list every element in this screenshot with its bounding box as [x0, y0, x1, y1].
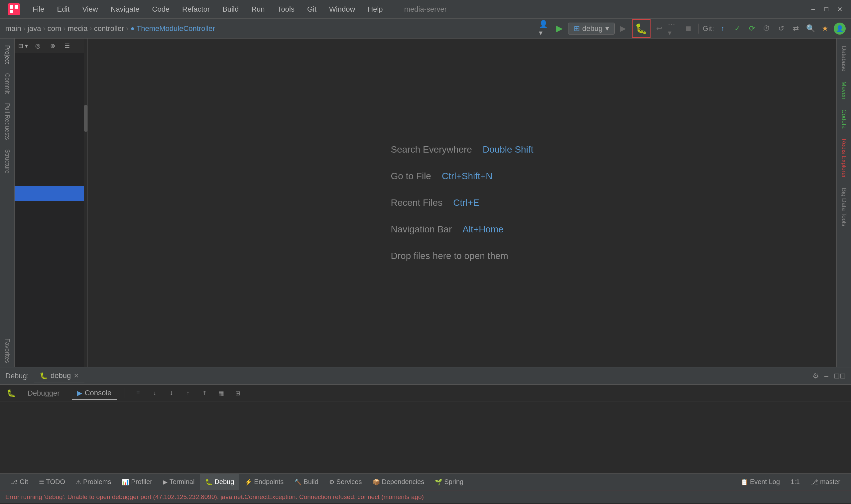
- git-branch-icon: ⎇: [811, 478, 818, 486]
- debug-toolbar-right: ⚙ – ⊟⊟: [812, 372, 846, 380]
- sidebar-item-favorites[interactable]: Favorites: [2, 335, 13, 367]
- profile-button[interactable]: 👤 ▾: [539, 23, 551, 35]
- hint-gotofile-shortcut[interactable]: Ctrl+Shift+N: [442, 171, 493, 181]
- hint-navbar-shortcut[interactable]: Alt+Home: [463, 224, 504, 235]
- debugger-tab-debugger-label: Debugger: [28, 389, 60, 398]
- panel-layout-icon[interactable]: ⊟ ▾: [17, 40, 29, 52]
- hint-recentfiles-label: Recent Files: [391, 197, 443, 208]
- debugger-tab-debugger[interactable]: Debugger: [22, 387, 65, 400]
- menu-item-code[interactable]: Code: [146, 3, 176, 16]
- status-git[interactable]: ⎇ Git: [5, 474, 34, 490]
- breadcrumb-main: main: [5, 24, 21, 33]
- panel-options-icon[interactable]: ☰: [61, 40, 73, 52]
- avatar-icon[interactable]: 👤: [834, 23, 846, 35]
- panel-scrollbar[interactable]: [84, 53, 87, 367]
- translate-icon[interactable]: ⇄: [790, 23, 802, 35]
- sidebar-right-codota[interactable]: Codota: [838, 105, 849, 133]
- hint-navigation-bar: Navigation Bar Alt+Home: [391, 224, 504, 235]
- debugger-tab-console-label: Console: [85, 389, 112, 397]
- debug-bug-button[interactable]: 🐛: [632, 19, 651, 38]
- sidebar-item-commit[interactable]: Commit: [2, 69, 13, 98]
- debugger-resume-icon[interactable]: ↓: [150, 388, 160, 398]
- sidebar-item-project[interactable]: Project: [2, 41, 13, 68]
- menu-item-build[interactable]: Build: [216, 3, 245, 16]
- git-fetch-icon[interactable]: ⟳: [746, 23, 758, 35]
- sidebar-item-pullrequests[interactable]: Pull Requests: [2, 99, 13, 144]
- menu-item-view[interactable]: View: [76, 3, 104, 16]
- status-dependencies[interactable]: 📦 Dependencies: [367, 474, 430, 490]
- main-content: Project Commit Pull Requests Structure F…: [0, 39, 851, 367]
- close-button[interactable]: ✕: [835, 5, 844, 14]
- git-push-icon[interactable]: ↑: [717, 23, 729, 35]
- terminal-status-icon: ▶: [163, 479, 167, 486]
- minimize-button[interactable]: –: [809, 5, 818, 14]
- svg-rect-0: [8, 3, 20, 15]
- menu-item-help[interactable]: Help: [362, 3, 388, 16]
- debug-layout-button[interactable]: ⊟⊟: [834, 372, 846, 380]
- status-todo[interactable]: ☰ TODO: [34, 474, 71, 490]
- debug-tab-close[interactable]: ✕: [73, 372, 79, 380]
- maximize-button[interactable]: □: [822, 5, 831, 14]
- debug-tab-name: debug: [51, 371, 71, 380]
- panel-collapse-all-icon[interactable]: ⊜: [47, 40, 58, 52]
- sidebar-item-structure[interactable]: Structure: [2, 145, 13, 178]
- hint-goto-file: Go to File Ctrl+Shift+N: [391, 171, 493, 181]
- menu-item-edit[interactable]: Edit: [51, 3, 75, 16]
- menu-item-file[interactable]: File: [26, 3, 50, 16]
- panel-locate-icon[interactable]: ◎: [32, 40, 44, 52]
- git-revert-icon[interactable]: ↺: [775, 23, 787, 35]
- menu-item-window[interactable]: Window: [323, 3, 361, 16]
- selected-file-item[interactable]: [15, 186, 87, 201]
- profiler-status-icon: 📊: [122, 479, 129, 486]
- hint-recentfiles-shortcut[interactable]: Ctrl+E: [453, 197, 479, 208]
- sidebar-right-database[interactable]: Database: [838, 41, 849, 76]
- status-terminal[interactable]: ▶ Terminal: [158, 474, 200, 490]
- menu-item-tools[interactable]: Tools: [272, 3, 301, 16]
- problems-status-icon: ⚠: [76, 479, 81, 486]
- sidebar-right-bigdata[interactable]: Big Data Tools: [838, 183, 849, 231]
- status-services-label: Services: [337, 478, 362, 486]
- debugger-filter-icon[interactable]: ≡: [133, 388, 143, 398]
- status-profiler[interactable]: 📊 Profiler: [116, 474, 157, 490]
- menu-item-run[interactable]: Run: [245, 3, 271, 16]
- hint-search-shortcut[interactable]: Double Shift: [483, 144, 533, 155]
- status-build[interactable]: 🔨 Build: [289, 474, 323, 490]
- run-config-label: debug: [582, 24, 603, 33]
- sidebar-right-redis[interactable]: Redis Explorer: [838, 134, 849, 182]
- status-profiler-label: Profiler: [131, 478, 152, 486]
- services-status-icon: ⚙: [329, 479, 334, 486]
- sidebar-right-maven[interactable]: Maven: [838, 77, 849, 104]
- status-endpoints[interactable]: ⚡ Endpoints: [239, 474, 289, 490]
- status-branch[interactable]: ⎇ master: [805, 478, 846, 486]
- breadcrumb: main › java › com › media › controller ›…: [5, 24, 215, 33]
- bookmark-icon[interactable]: ★: [819, 23, 831, 35]
- step-over-button[interactable]: ↩: [653, 23, 665, 35]
- status-debug[interactable]: 🐛 Debug: [200, 474, 239, 490]
- more-run-options[interactable]: ⋯ ▾: [668, 23, 680, 35]
- debug-settings-button[interactable]: ⚙: [812, 372, 819, 380]
- status-spring[interactable]: 🌱 Spring: [430, 474, 469, 490]
- menu-item-git[interactable]: Git: [301, 3, 323, 16]
- debugger-step-into-icon[interactable]: ↑: [183, 388, 193, 398]
- play-button[interactable]: ▶: [617, 23, 629, 35]
- breadcrumb-sep2: ›: [43, 24, 45, 33]
- debugger-tab-console[interactable]: ▶ Console: [72, 386, 117, 400]
- git-check-icon[interactable]: ✓: [731, 23, 743, 35]
- debugger-step-out-icon[interactable]: ⤒: [199, 388, 210, 398]
- toolbar-separator: [699, 24, 699, 34]
- search-icon[interactable]: 🔍: [804, 23, 816, 35]
- stop-button[interactable]: ⏹: [683, 23, 694, 35]
- status-eventlog[interactable]: 📋 Event Log: [735, 478, 785, 486]
- debug-tab-instance[interactable]: 🐛 debug ✕: [34, 369, 85, 383]
- debug-minimize-button[interactable]: –: [825, 372, 828, 380]
- run-config-dropdown[interactable]: ⊞ debug ▾: [568, 23, 615, 35]
- menu-item-navigate[interactable]: Navigate: [105, 3, 146, 16]
- debugger-step-over-icon[interactable]: ⤓: [166, 388, 176, 398]
- status-services[interactable]: ⚙ Services: [324, 474, 367, 490]
- menu-item-refactor[interactable]: Refactor: [176, 3, 216, 16]
- run-arrow-icon[interactable]: ▶: [554, 23, 565, 35]
- debugger-frames-icon[interactable]: ▦: [216, 388, 226, 398]
- debugger-variables-icon[interactable]: ⊞: [233, 388, 243, 398]
- git-history-icon[interactable]: ⏱: [761, 23, 773, 35]
- status-problems[interactable]: ⚠ Problems: [71, 474, 116, 490]
